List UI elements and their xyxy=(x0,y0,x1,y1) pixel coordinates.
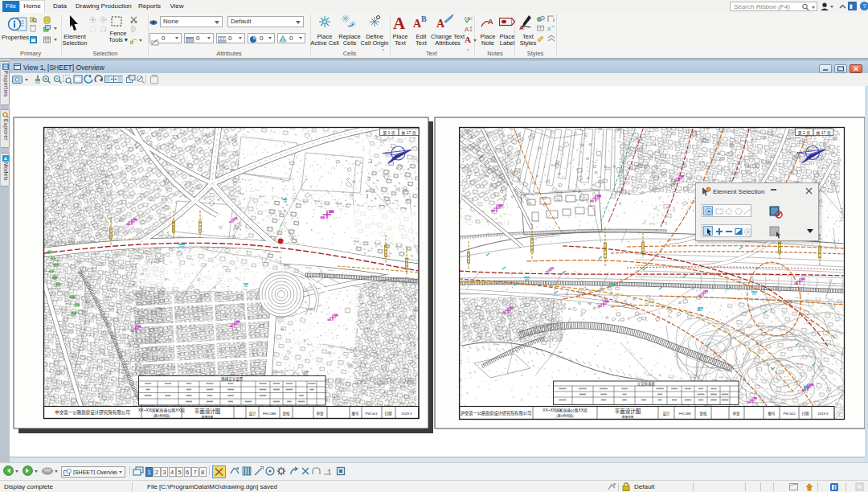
svg-text:路线交叉设置: 路线交叉设置 xyxy=(221,376,243,382)
svg-text:路基段落: 路基段落 xyxy=(202,415,214,419)
svg-text:设计: 设计 xyxy=(663,411,670,416)
svg-text:立交匝道表: 立交匝道表 xyxy=(637,381,656,387)
svg-text:2019.3: 2019.3 xyxy=(818,412,829,416)
svg-text:路基段落: 路基段落 xyxy=(622,415,634,419)
svg-text:中交第一公路勘察设计研究院有限公司: 中交第一公路勘察设计研究院有限公司 xyxy=(55,409,130,416)
svg-text:PW-002: PW-002 xyxy=(783,412,796,416)
svg-text:共 17 页: 共 17 页 xyxy=(816,130,830,136)
svg-text:FHCCBM: FHCCBM xyxy=(679,412,691,416)
svg-text:XX~XX国家高速公路XX段: XX~XX国家高速公路XX段 xyxy=(138,408,185,413)
svg-text:XX~XX国家高速公路XX段: XX~XX国家高速公路XX段 xyxy=(542,408,588,413)
svg-text:审查: 审查 xyxy=(317,411,324,416)
svg-text:(第X合同段): (第X合同段) xyxy=(556,413,574,418)
svg-text:PW-001: PW-001 xyxy=(365,412,378,416)
svg-text:FHCCBM: FHCCBM xyxy=(263,412,276,416)
svg-text:平面设计图: 平面设计图 xyxy=(194,408,221,415)
svg-text:平面设计图: 平面设计图 xyxy=(615,408,641,415)
svg-text:(第X合同段): (第X合同段) xyxy=(153,413,170,418)
svg-text:审查: 审查 xyxy=(733,411,740,416)
svg-text:复核: 复核 xyxy=(700,411,707,416)
svg-text:2019.3: 2019.3 xyxy=(402,412,412,416)
svg-text:沪交第一公路勘察设计研究院有限公司: 沪交第一公路勘察设计研究院有限公司 xyxy=(461,410,531,416)
svg-text:复核: 复核 xyxy=(283,411,290,416)
svg-text:第 2 页: 第 2 页 xyxy=(798,130,811,136)
svg-text:设计: 设计 xyxy=(249,411,256,416)
svg-text:第 1 页: 第 1 页 xyxy=(383,130,395,136)
svg-text:共 17 页: 共 17 页 xyxy=(401,130,416,136)
